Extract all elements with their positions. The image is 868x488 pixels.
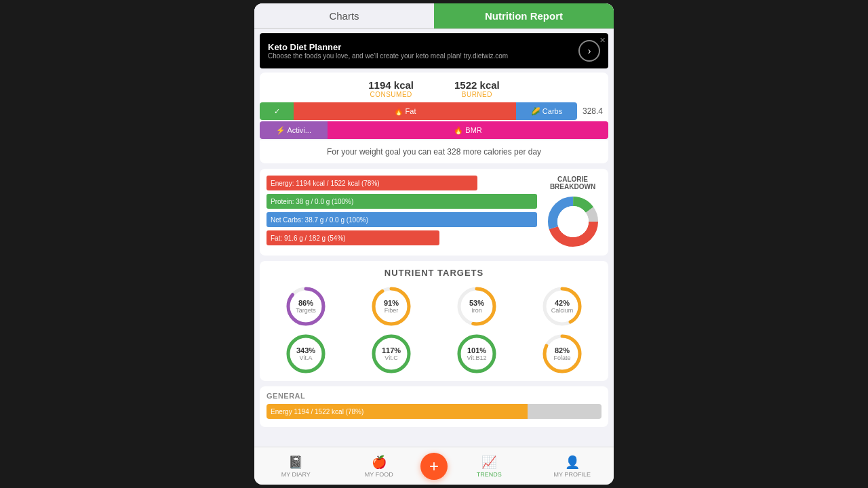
main-content: Keto Diet Planner Choose the foods you l…: [254, 29, 614, 447]
general-bar-rest: [528, 404, 601, 419]
macro-bar-fill: Fat: 91.6 g / 182 g (54%): [267, 230, 439, 245]
circle-wrap: 86% Targets: [285, 286, 326, 327]
circle-wrap: 117% Vit.C: [371, 333, 412, 374]
circle-center: 86% Targets: [296, 299, 316, 314]
circle-name: Vit.A: [296, 354, 315, 361]
consumed-label: CONSUMED: [368, 91, 414, 98]
nutrient-section: NUTRIENT TARGETS 86% Targets 91% Fiber 5…: [260, 261, 608, 381]
profile-icon: 👤: [565, 455, 580, 470]
circle-name: Vit.C: [382, 354, 401, 361]
add-button[interactable]: +: [420, 453, 448, 480]
nav-trends[interactable]: 📈 TRENDS: [448, 455, 531, 478]
nav-my-diary[interactable]: 📓 MY DIARY: [254, 455, 338, 478]
circle-wrap: 42% Calcium: [542, 286, 583, 327]
circle-center: 53% Iron: [469, 299, 484, 314]
nutrient-grid: 86% Targets 91% Fiber 53% Iron 42% Calci…: [267, 286, 601, 374]
macro-bar-item: Protein: 38 g / 0.0 g (100%): [267, 194, 537, 209]
nutrient-circle: 101% Vit.B12: [437, 333, 516, 374]
circle-center: 82% Folate: [553, 346, 570, 361]
macro-bar-item: Net Carbs: 38.7 g / 0.0 g (100%): [267, 212, 537, 227]
weight-goal: For your weight goal you can eat 328 mor…: [260, 140, 608, 163]
fat-segment: 🔥 Fat: [294, 102, 516, 120]
trends-label: TRENDS: [477, 471, 502, 478]
general-section: GENERAL Energy 1194 / 1522 kcal (78%): [260, 386, 608, 427]
tab-nutrition[interactable]: Nutrition Report: [434, 3, 614, 28]
device-frame: Charts Nutrition Report Keto Diet Planne…: [254, 3, 614, 485]
diary-label: MY DIARY: [281, 471, 311, 478]
general-bar-fill: Energy 1194 / 1522 kcal (78%): [267, 404, 528, 419]
calorie-row: 1194 kcal CONSUMED 1522 kcal BURNED: [260, 73, 608, 102]
circle-wrap: 82% Folate: [542, 333, 583, 374]
nutrient-title: NUTRIENT TARGETS: [267, 268, 601, 278]
carbs-segment: 🌽 Carbs: [516, 102, 577, 120]
profile-label: MY PROFILE: [554, 471, 591, 478]
circle-name: Targets: [296, 307, 316, 314]
macro-bar-item: Fat: 91.6 g / 182 g (54%): [267, 230, 537, 245]
burned-calories: 1522 kcal BURNED: [454, 79, 500, 98]
nutrient-circle: 343% Vit.A: [267, 333, 345, 374]
consumed-value: 1194 kcal: [368, 79, 414, 91]
circle-pct: 82%: [553, 346, 570, 354]
ad-title: Keto Diet Planner: [268, 42, 578, 52]
breakdown-title: CALORIE BREAKDOWN: [550, 176, 595, 190]
bottom-nav: 📓 MY DIARY 🍎 MY FOOD + 📈 TRENDS 👤 MY PRO…: [254, 447, 614, 485]
nav-my-profile[interactable]: 👤 MY PROFILE: [531, 455, 614, 478]
burned-label: BURNED: [454, 91, 500, 98]
macro-bar-fill: Net Carbs: 38.7 g / 0.0 g (100%): [267, 212, 537, 227]
general-title: GENERAL: [267, 392, 601, 400]
circle-pct: 91%: [384, 299, 399, 307]
macro-bar-row-1: ✓ 🔥 Fat 🌽 Carbs 328.4: [260, 102, 608, 120]
nutrient-circle: 86% Targets: [267, 286, 345, 327]
macro-bar-fill: Protein: 38 g / 0.0 g (100%): [267, 194, 537, 209]
macro-bar-item: Energy: 1194 kcal / 1522 kcal (78%): [267, 176, 537, 190]
circle-center: 91% Fiber: [384, 299, 399, 314]
nutrient-circle: 117% Vit.C: [352, 333, 431, 374]
bar-value: 328.4: [577, 106, 608, 116]
food-label: MY FOOD: [365, 471, 393, 478]
circle-name: Iron: [469, 307, 484, 314]
ad-arrow-button[interactable]: ›: [578, 40, 600, 62]
circle-center: 343% Vit.A: [296, 346, 315, 361]
progress-bars: ✓ 🔥 Fat 🌽 Carbs 328.4 ⚡ Activi... 🔥 BMR: [260, 102, 608, 139]
ad-subtitle: Choose the foods you love, and we'll cre…: [268, 52, 578, 60]
bmr-segment: 🔥 BMR: [328, 121, 608, 139]
tab-bar: Charts Nutrition Report: [254, 3, 614, 29]
circle-name: Calcium: [551, 307, 574, 314]
trends-icon: 📈: [481, 455, 496, 470]
calorie-breakdown: CALORIE BREAKDOWN: [544, 176, 601, 249]
circle-wrap: 53% Iron: [456, 286, 497, 327]
circle-pct: 86%: [296, 299, 316, 307]
circle-wrap: 101% Vit.B12: [456, 333, 497, 374]
food-icon: 🍎: [372, 455, 387, 470]
circle-pct: 53%: [469, 299, 484, 307]
diary-icon: 📓: [288, 455, 303, 470]
circle-pct: 101%: [467, 346, 487, 354]
tab-charts[interactable]: Charts: [254, 3, 434, 28]
circle-center: 42% Calcium: [551, 299, 574, 314]
circle-wrap: 343% Vit.A: [285, 333, 326, 374]
nav-my-food[interactable]: 🍎 MY FOOD: [338, 455, 421, 478]
nutrient-circle: 42% Calcium: [523, 286, 601, 327]
ad-content: Keto Diet Planner Choose the foods you l…: [268, 42, 578, 60]
circle-pct: 117%: [382, 346, 401, 354]
macro-bar-row-2: ⚡ Activi... 🔥 BMR: [260, 121, 608, 139]
circle-pct: 343%: [296, 346, 315, 354]
circle-name: Vit.B12: [467, 354, 487, 361]
macro-bar-list: Energy: 1194 kcal / 1522 kcal (78%)Prote…: [267, 176, 537, 249]
activity-segment: ⚡ Activi...: [260, 121, 328, 139]
nutrient-circle: 82% Folate: [523, 333, 601, 374]
consumed-calories: 1194 kcal CONSUMED: [368, 79, 414, 98]
general-bar-energy: Energy 1194 / 1522 kcal (78%): [267, 404, 601, 419]
check-segment: ✓: [260, 102, 294, 120]
ad-close-button[interactable]: ✕: [599, 36, 606, 45]
breakdown-donut: [546, 195, 600, 249]
circle-name: Folate: [553, 354, 570, 361]
circle-wrap: 91% Fiber: [371, 286, 412, 327]
circle-name: Fiber: [384, 307, 399, 314]
nutrient-circle: 53% Iron: [437, 286, 516, 327]
ad-banner[interactable]: Keto Diet Planner Choose the foods you l…: [260, 33, 608, 68]
burned-value: 1522 kcal: [454, 79, 500, 91]
macro-bar-fill: Energy: 1194 kcal / 1522 kcal (78%): [267, 176, 477, 190]
svg-point-5: [557, 206, 589, 237]
macro-section: Energy: 1194 kcal / 1522 kcal (78%)Prote…: [260, 169, 608, 256]
